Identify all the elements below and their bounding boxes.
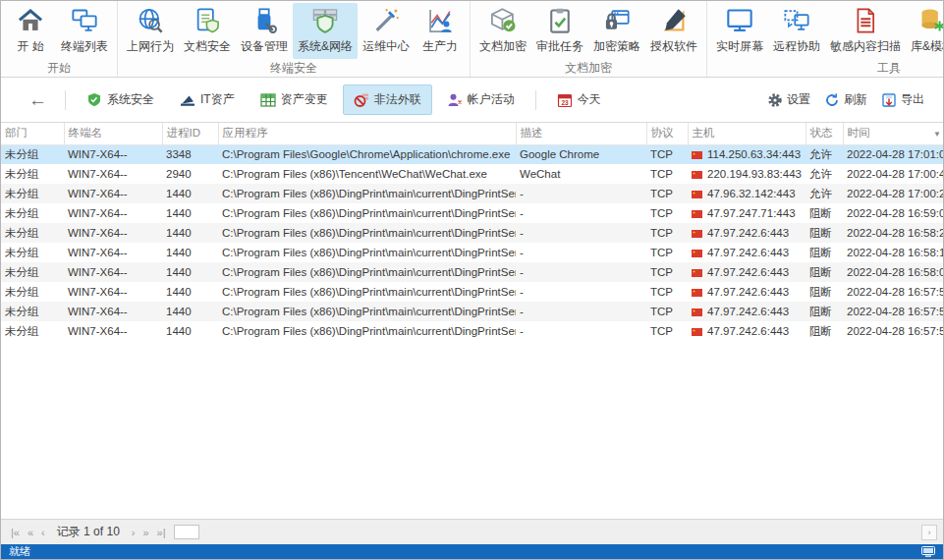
table-row[interactable]: 未分组WIN7-X64--1440C:\Program Files (x86)\… (1, 203, 943, 223)
ribbon-item-label: 库&模板 (911, 38, 944, 55)
cell-app: C:\Program Files (x86)\DingPrint\main\cu… (218, 282, 516, 302)
filter-button-4[interactable]: 帐户活动 (436, 84, 526, 115)
action-button-1[interactable]: 刷新 (817, 86, 874, 113)
pager-scroll-button[interactable]: › (921, 525, 937, 540)
column-header-terminal[interactable]: 终端名 (64, 123, 162, 144)
column-header-desc[interactable]: 描述 (516, 123, 646, 144)
ribbon-item-label: 设备管理 (241, 38, 288, 55)
page-number-input[interactable] (174, 525, 199, 539)
next-page-icon[interactable]: › (128, 526, 139, 539)
realtime-screen-icon (725, 6, 754, 35)
shield-green-icon (86, 92, 102, 108)
ribbon-item-label: 敏感内容扫描 (830, 38, 901, 55)
date-filter-today-button[interactable]: 23今天 (546, 84, 612, 115)
ribbon-group-label: 开始 (5, 59, 113, 80)
china-flag-icon (692, 171, 702, 179)
auth-software-icon (659, 6, 689, 35)
ribbon-item-2-0[interactable]: 文档加密 (474, 3, 531, 59)
cell-terminal: WIN7-X64-- (64, 282, 162, 302)
cell-dept: 未分组 (1, 262, 64, 282)
filter-button-3[interactable]: 非法外联 (343, 84, 432, 115)
status-bar: 就绪 (1, 544, 943, 559)
table-row[interactable]: 未分组WIN7-X64--1440C:\Program Files (x86)\… (1, 262, 943, 282)
column-header-status[interactable]: 状态 (805, 123, 843, 144)
ribbon-item-3-1[interactable]: 远程协助 (768, 3, 825, 59)
last-page-icon[interactable]: »| (153, 526, 170, 539)
monitor-status-icon[interactable] (921, 546, 935, 557)
it-asset-icon (180, 92, 195, 108)
ribbon-item-3-2[interactable]: 敏感内容扫描 (825, 3, 906, 59)
filter-button-label: 系统安全 (107, 91, 154, 108)
ribbon-item-1-2[interactable]: 设备管理 (236, 3, 293, 59)
table-row[interactable]: 未分组WIN7-X64--1440C:\Program Files (x86)\… (1, 223, 943, 243)
table-row[interactable]: 未分组WIN7-X64--1440C:\Program Files (x86)\… (1, 184, 943, 203)
cell-terminal: WIN7-X64-- (64, 223, 162, 243)
cell-status: 允许 (805, 144, 843, 164)
pager-nav-right: ›»»| (128, 526, 170, 539)
ribbon-item-0-0[interactable]: 开 始 (5, 3, 56, 59)
cell-pid: 1440 (162, 184, 218, 203)
first-page-icon[interactable]: |« (7, 526, 24, 539)
fast-backward-icon[interactable]: « (24, 526, 37, 539)
cell-time: 2022-04-28 17:01:08 (843, 144, 943, 164)
ribbon-group-label: 终端安全 (122, 59, 466, 80)
action-button-label: 刷新 (844, 91, 867, 108)
cell-host: 47.97.242.6:443 (688, 321, 805, 341)
cell-desc: - (516, 262, 646, 282)
table-row[interactable]: 未分组WIN7-X64--1440C:\Program Files (x86)\… (1, 302, 943, 321)
cell-host: 47.97.242.6:443 (688, 302, 805, 321)
cell-status: 阻断 (805, 223, 843, 243)
cell-app: C:\Program Files (x86)\DingPrint\main\cu… (218, 243, 516, 262)
sort-desc-icon[interactable]: ▼ (933, 130, 941, 139)
ribbon: 开 始终端列表开始上网行为文档安全设备管理系统&网络运维中心生产力终端安全文档加… (1, 1, 943, 78)
ribbon-item-3-0[interactable]: 实时屏幕 (711, 3, 768, 59)
table-row[interactable]: 未分组WIN7-X64--3348C:\Program Files\Google… (1, 144, 943, 164)
ribbon-item-1-1[interactable]: 文档安全 (179, 3, 236, 59)
ribbon-item-2-2[interactable]: 加密策略 (588, 3, 645, 59)
action-button-2[interactable]: 导出 (874, 86, 931, 113)
cell-host: 47.96.32.142:443 (688, 184, 805, 203)
account-activity-icon (447, 92, 463, 108)
cell-proto: TCP (646, 243, 688, 262)
pager-nav-left: |««‹ (7, 526, 49, 539)
ribbon-item-2-3[interactable]: 授权软件 (645, 3, 702, 59)
ribbon-item-1-3[interactable]: 系统&网络 (293, 3, 358, 59)
action-button-0[interactable]: 设置 (760, 86, 817, 113)
table-row[interactable]: 未分组WIN7-X64--1440C:\Program Files (x86)\… (1, 321, 943, 341)
filter-button-label: 帐户活动 (468, 91, 515, 108)
ribbon-item-2-1[interactable]: 审批任务 (531, 3, 588, 59)
filter-button-1[interactable]: IT资产 (169, 84, 246, 115)
column-header-app[interactable]: 应用程序 (218, 123, 516, 144)
ribbon-item-1-0[interactable]: 上网行为 (122, 3, 179, 59)
ribbon-group-2: 文档加密审批任务加密策略授权软件文档加密 (471, 1, 707, 77)
ribbon-item-3-3[interactable]: 库&模板 (906, 3, 944, 59)
column-header-host[interactable]: 主机 (688, 123, 805, 144)
column-header-dept[interactable]: 部门 (1, 123, 64, 144)
filter-button-2[interactable]: 资产变更 (250, 84, 339, 115)
cell-proto: TCP (646, 223, 688, 243)
table-row[interactable]: 未分组WIN7-X64--1440C:\Program Files (x86)\… (1, 282, 943, 302)
action-button-label: 导出 (901, 91, 924, 108)
prev-page-icon[interactable]: ‹ (37, 526, 49, 539)
fast-forward-icon[interactable]: » (139, 526, 152, 539)
column-header-time[interactable]: 时间▼ (843, 123, 943, 144)
ribbon-item-label: 远程协助 (773, 38, 820, 55)
table-row[interactable]: 未分组WIN7-X64--2940C:\Program Files (x86)\… (1, 164, 943, 184)
back-arrow-icon[interactable]: ← (19, 87, 57, 113)
column-header-pid[interactable]: 进程ID (162, 123, 218, 144)
filter-button-0[interactable]: 系统安全 (76, 84, 165, 115)
cell-time: 2022-04-28 16:58:01 (843, 262, 943, 282)
web-behavior-icon (136, 6, 165, 35)
cell-host: 114.250.63.34:443 (688, 144, 805, 164)
table-row[interactable]: 未分组WIN7-X64--1440C:\Program Files (x86)\… (1, 243, 943, 262)
device-manage-icon (250, 6, 279, 35)
asset-change-icon (260, 92, 276, 108)
approval-task-icon (545, 6, 575, 35)
ribbon-item-1-5[interactable]: 生产力 (415, 3, 466, 59)
ribbon-item-0-1[interactable]: 终端列表 (56, 3, 113, 59)
china-flag-icon (692, 210, 702, 218)
ribbon-item-1-4[interactable]: 运维中心 (358, 3, 415, 59)
cell-terminal: WIN7-X64-- (64, 302, 162, 321)
cell-host: 220.194.93.83:443 (688, 164, 805, 184)
column-header-proto[interactable]: 协议 (646, 123, 688, 144)
